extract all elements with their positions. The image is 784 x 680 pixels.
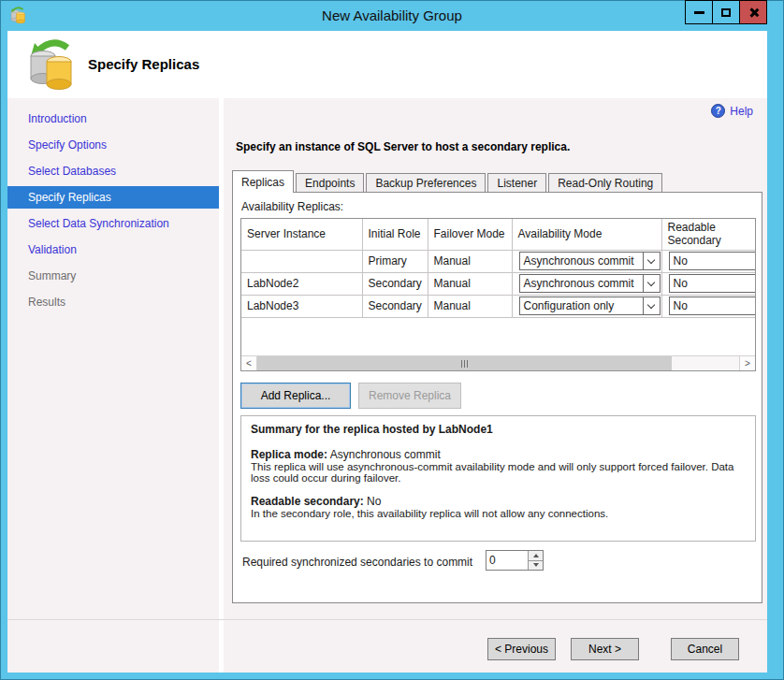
availability-replicas-grid: Server Instance Initial Role Failover Mo… [240, 218, 756, 371]
table-row: LabNode1 Primary Manual Asynchronous com… [241, 250, 756, 272]
footer-buttons: < Previous Next > Cancel [487, 638, 739, 660]
scroll-left-icon: < [246, 358, 252, 369]
sidebar-item-introduction[interactable]: Introduction [7, 106, 219, 132]
scrollbar-track[interactable] [257, 356, 739, 370]
availability-mode-dropdown[interactable]: Asynchronous commit [519, 274, 661, 293]
window-title: New Availability Group [0, 7, 784, 23]
sidebar-item-validation[interactable]: Validation [7, 237, 219, 263]
replica-mode-value: Asynchronous commit [327, 448, 441, 461]
tab-backup-preferences[interactable]: Backup Preferences [366, 173, 486, 193]
required-secondaries-label: Required synchronized secondaries to com… [242, 556, 472, 569]
readable-secondary-dropdown[interactable]: No [669, 252, 757, 270]
replica-mode-label: Replica mode: [251, 448, 327, 461]
help-icon: ? [711, 104, 725, 118]
tab-listener[interactable]: Listener [487, 173, 546, 193]
previous-button[interactable]: < Previous [487, 638, 556, 660]
add-replica-button[interactable]: Add Replica... [240, 383, 351, 409]
close-button[interactable] [739, 0, 767, 24]
sidebar-item-specify-options[interactable]: Specify Options [7, 132, 219, 158]
scrollbar-thumb[interactable] [257, 356, 672, 370]
availability-mode-dropdown[interactable]: Configuration only [519, 297, 661, 315]
col-failover-mode: Failover Mode [428, 219, 512, 250]
sidebar-item-select-data-synchronization[interactable]: Select Data Synchronization [7, 210, 219, 237]
maximize-button[interactable] [712, 0, 740, 24]
dialog-window: New Availability Group Specify Replicas [0, 0, 784, 680]
col-readable-secondary: Readable Secondary [661, 219, 756, 250]
titlebar[interactable]: New Availability Group [0, 0, 784, 31]
spin-down-icon [533, 563, 539, 567]
sidebar-item-results: Results [7, 289, 219, 315]
help-link[interactable]: ? Help [711, 104, 753, 118]
dropdown-value: Configuration only [520, 299, 643, 312]
cell-server-labnode1[interactable]: LabNode1 [241, 250, 362, 272]
sidebar-divider [219, 98, 224, 673]
table-row: LabNode2 Secondary Manual Asynchronous c… [241, 272, 756, 295]
dialog-body: Introduction Specify Options Select Data… [7, 98, 767, 673]
replicas-table: Server Instance Initial Role Failover Mo… [241, 219, 756, 318]
table-header-row: Server Instance Initial Role Failover Mo… [241, 219, 756, 250]
window-controls [686, 0, 767, 24]
readable-secondary-dropdown[interactable]: No [669, 297, 757, 315]
horizontal-scrollbar[interactable]: < > [241, 355, 755, 370]
replica-databases-icon [28, 38, 77, 91]
replica-mode-description: This replica will use asynchronous-commi… [251, 461, 746, 484]
spinner-buttons [528, 551, 543, 570]
cell-failover[interactable]: Manual [428, 250, 512, 272]
table-row: LabNode3 Secondary Manual Configuration … [241, 295, 756, 317]
footer-divider [7, 619, 767, 620]
cell-failover[interactable]: Manual [428, 295, 512, 317]
replicas-tab-panel: Availability Replicas: Server Instance I… [232, 192, 762, 603]
scroll-right-icon: > [745, 358, 750, 369]
chevron-down-icon[interactable] [643, 297, 660, 314]
close-icon [748, 7, 759, 18]
tab-endpoints[interactable]: Endpoints [296, 173, 364, 193]
required-secondaries-input[interactable] [486, 551, 528, 570]
cell-failover[interactable]: Manual [428, 272, 512, 295]
tab-strip: Replicas Endpoints Backup Preferences Li… [232, 170, 664, 193]
chevron-down-icon[interactable] [643, 253, 660, 269]
cell-role[interactable]: Secondary [362, 295, 428, 317]
scrollbar-grip-icon [461, 360, 468, 368]
scroll-right-button[interactable]: > [739, 356, 755, 370]
col-initial-role: Initial Role [362, 219, 428, 250]
replica-summary-box: Summary for the replica hosted by LabNod… [240, 415, 756, 542]
cell-availability-mode: Asynchronous commit [512, 272, 661, 295]
sidebar-item-specify-replicas[interactable]: Specify Replicas [7, 186, 219, 209]
scroll-left-button[interactable]: < [241, 356, 257, 370]
availability-mode-dropdown[interactable]: Asynchronous commit [519, 252, 661, 270]
sidebar-item-select-databases[interactable]: Select Databases [7, 158, 219, 184]
page-title: Specify Replicas [88, 56, 199, 72]
help-label: Help [730, 105, 753, 118]
readable-secondary-dropdown[interactable]: No [669, 274, 757, 293]
remove-replica-button: Remove Replica [358, 383, 461, 409]
next-button[interactable]: Next > [571, 638, 639, 660]
wizard-steps-nav: Introduction Specify Options Select Data… [7, 106, 219, 315]
spin-down-button[interactable] [529, 561, 543, 571]
required-secondaries-spinner[interactable] [486, 550, 544, 571]
cell-role[interactable]: Primary [362, 250, 428, 272]
spin-up-icon [533, 554, 539, 557]
dropdown-value: No [670, 277, 757, 290]
spin-up-button[interactable] [529, 551, 543, 561]
cell-role[interactable]: Secondary [362, 272, 428, 295]
replica-mode-line: Replica mode: Asynchronous commit [251, 448, 746, 461]
dropdown-value: Asynchronous commit [520, 254, 643, 268]
required-secondaries-row: Required synchronized secondaries to com… [242, 552, 765, 572]
dropdown-value: No [670, 254, 757, 268]
cancel-button[interactable]: Cancel [671, 638, 739, 660]
chevron-down-icon[interactable] [643, 275, 660, 292]
readable-secondary-line: Readable secondary: No [251, 495, 746, 508]
tab-replicas[interactable]: Replicas [232, 170, 294, 193]
minimize-button[interactable] [685, 0, 713, 24]
cell-server-labnode3[interactable]: LabNode3 [241, 295, 362, 317]
readable-secondary-description: In the secondary role, this availability… [251, 508, 746, 519]
minimize-icon [694, 11, 704, 14]
wizard-header: Specify Replicas [7, 31, 767, 98]
dropdown-value: Asynchronous commit [520, 277, 643, 290]
dropdown-value: No [670, 299, 757, 312]
cell-server-labnode2[interactable]: LabNode2 [241, 272, 362, 295]
summary-title: Summary for the replica hosted by LabNod… [251, 423, 746, 436]
cell-readable-secondary: No [661, 272, 756, 295]
readable-secondary-label: Readable secondary: [251, 495, 364, 508]
tab-read-only-routing[interactable]: Read-Only Routing [548, 173, 662, 193]
